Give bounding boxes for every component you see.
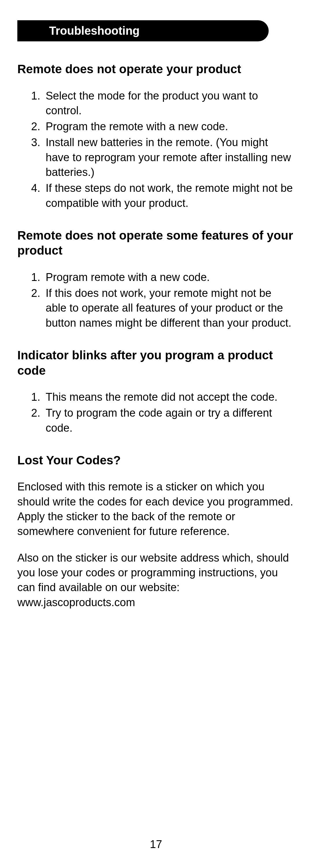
page-container: Troubleshooting Remote does not operate … (0, 0, 312, 610)
page-number: 17 (0, 838, 312, 850)
list-item: Program remote with a new code. (43, 270, 295, 285)
list-item: If these steps do not work, the remote m… (43, 181, 295, 211)
page-header-text: Troubleshooting (49, 24, 140, 37)
list-item: Program the remote with a new code. (43, 119, 295, 134)
page-header: Troubleshooting (18, 20, 269, 41)
list-item: If this does not work, your remote might… (43, 286, 295, 331)
section4-para2: Also on the sticker is our website addre… (18, 551, 295, 610)
section3-list: This means the remote did not accept the… (18, 390, 295, 435)
list-item: Try to program the code again or try a d… (43, 406, 295, 435)
section2-list: Program remote with a new code. If this … (18, 270, 295, 331)
section-heading-2: Remote does not operate some features of… (18, 228, 295, 258)
list-item: Select the mode for the product you want… (43, 89, 295, 118)
section4-para1: Enclosed with this remote is a sticker o… (18, 479, 295, 539)
section-heading-3: Indicator blinks after you program a pro… (18, 348, 295, 378)
section-heading-4: Lost Your Codes? (18, 453, 295, 468)
section-heading-1: Remote does not operate your product (18, 62, 295, 77)
section1-list: Select the mode for the product you want… (18, 89, 295, 211)
list-item: Install new batteries in the remote. (Yo… (43, 135, 295, 180)
list-item: This means the remote did not accept the… (43, 390, 295, 404)
